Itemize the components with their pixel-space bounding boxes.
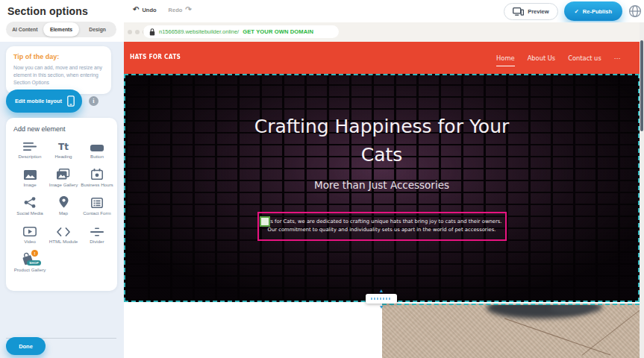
- app-window: Section options ↶ Undo Redo ↷ Preview ✓ …: [0, 0, 644, 358]
- element-item-video[interactable]: Video: [13, 224, 46, 245]
- contact-form-icon: [91, 196, 103, 208]
- element-item-html-module[interactable]: HTML Module: [47, 224, 80, 245]
- tab-ai-content[interactable]: AI Content: [7, 22, 43, 37]
- element-item-divider[interactable]: Divider: [81, 224, 113, 245]
- hero-paragraph-text: Hats for Cats, we are dedicated to craft…: [261, 219, 501, 233]
- phone-icon: [67, 95, 75, 107]
- button-icon: [90, 139, 104, 151]
- shop-bag-icon: ! SHOP: [21, 253, 39, 265]
- element-item-contact-form[interactable]: Contact Form: [81, 196, 113, 216]
- done-button[interactable]: Done: [6, 337, 46, 355]
- photo-seam-line: [504, 318, 610, 356]
- divider-icon: [90, 224, 104, 236]
- element-grid: Description Tt Heading Button: [13, 139, 114, 273]
- tab-design[interactable]: Design: [79, 22, 116, 37]
- business-hours-icon: [91, 168, 103, 180]
- element-item-business-hours[interactable]: Business Hours: [81, 168, 113, 188]
- add-element-card: Add new element Description Tt Heading: [6, 118, 117, 291]
- element-item-social-media[interactable]: Social Media: [13, 196, 46, 216]
- tip-of-the-day-card: Tip of the day: Now you can add, move an…: [6, 46, 111, 94]
- share-icon: [24, 196, 36, 208]
- tab-elements[interactable]: Elements: [43, 22, 80, 37]
- element-resize-handle[interactable]: [260, 216, 270, 227]
- code-icon: [57, 224, 70, 236]
- preview-scrollbar[interactable]: [640, 22, 644, 358]
- element-item-description[interactable]: Description: [13, 139, 46, 160]
- element-label: Product Gallery: [14, 267, 46, 273]
- info-icon[interactable]: i: [89, 96, 99, 106]
- badge-icon: !: [31, 250, 38, 257]
- edit-mobile-layout-label: Edit mobile layout: [15, 98, 62, 104]
- nav-home[interactable]: Home: [496, 50, 515, 66]
- element-item-map[interactable]: Map: [47, 196, 80, 216]
- hero-heading[interactable]: Crafting Happiness for Your Cats: [233, 113, 531, 169]
- grip-pill[interactable]: [366, 294, 397, 304]
- hero-paragraph-selected[interactable]: Hats for Cats, we are dedicated to craft…: [257, 212, 507, 241]
- element-label: Image Gallery: [49, 182, 78, 188]
- site-url: n1566589.websitebuilder.online/: [159, 28, 239, 35]
- element-label: Divider: [90, 239, 104, 245]
- address-bar[interactable]: n1566589.websitebuilder.online/ GET YOUR…: [143, 25, 339, 38]
- text-lines-icon: [23, 139, 37, 151]
- section-resize-handle[interactable]: ▲ ▼: [365, 288, 398, 310]
- section-options-panel: Tip of the day: Now you can add, move an…: [0, 42, 124, 358]
- element-item-image-gallery[interactable]: Image Gallery: [47, 168, 80, 188]
- hero-subheading[interactable]: More than Just Accessories: [125, 179, 638, 191]
- hero-section-selected[interactable]: Crafting Happiness for Your Cats More th…: [124, 74, 640, 302]
- element-label: Contact Form: [83, 210, 110, 216]
- image-gallery-icon: [57, 168, 70, 180]
- nav-about-us[interactable]: About Us: [528, 50, 556, 66]
- element-label: Map: [59, 210, 68, 216]
- element-label: Button: [90, 154, 104, 160]
- get-domain-link[interactable]: GET YOUR OWN DOMAIN: [243, 28, 313, 35]
- nav-more-icon[interactable]: ⋯: [614, 50, 620, 66]
- element-label: Heading: [54, 154, 72, 160]
- element-label: Social Media: [16, 210, 43, 216]
- scrollbar-thumb[interactable]: [640, 40, 643, 131]
- element-label: Video: [24, 239, 36, 245]
- tab-ai-content-label: AI Content: [12, 27, 37, 32]
- arrow-up-icon: ▲: [379, 288, 384, 293]
- nav-contact-us[interactable]: Contact us: [568, 50, 601, 66]
- add-element-title: Add new element: [13, 125, 114, 133]
- browser-chrome-bar: n1566589.websitebuilder.online/ GET YOUR…: [124, 22, 640, 42]
- tab-design-label: Design: [89, 27, 106, 32]
- element-item-button[interactable]: Button: [81, 139, 113, 160]
- element-label: Description: [19, 154, 42, 160]
- site-header: HATS FOR CATS Home About Us Contact us ⋯: [124, 42, 640, 74]
- tip-body: Now you can add, move and resize any ele…: [13, 64, 104, 87]
- shop-badge: SHOP: [27, 260, 41, 266]
- tip-title: Tip of the day:: [13, 53, 104, 60]
- next-section-photo[interactable]: [382, 304, 640, 358]
- sidebar-tabs: AI Content Elements Design: [6, 22, 116, 37]
- edit-mobile-layout-button[interactable]: Edit mobile layout: [6, 90, 82, 113]
- page-title: Section options: [7, 5, 88, 17]
- site-logo[interactable]: HATS FOR CATS: [130, 52, 181, 60]
- element-item-product-gallery[interactable]: ! SHOP Product Gallery: [13, 253, 46, 273]
- element-item-image[interactable]: Image: [13, 168, 46, 188]
- heading-icon: Tt: [58, 139, 69, 151]
- preview-canvas: n1566589.websitebuilder.online/ GET YOUR…: [124, 0, 644, 358]
- arrow-down-icon: ▼: [379, 304, 384, 310]
- map-pin-icon: [59, 196, 69, 208]
- element-label: Business Hours: [81, 182, 113, 188]
- element-item-heading[interactable]: Tt Heading: [47, 139, 80, 160]
- element-label: HTML Module: [49, 239, 78, 245]
- video-icon: [23, 224, 37, 236]
- mobile-layout-row: Edit mobile layout i: [6, 90, 99, 113]
- tab-elements-label: Elements: [50, 27, 72, 32]
- element-label: Image: [23, 182, 36, 188]
- lock-icon: [149, 28, 155, 36]
- site-nav: Home About Us Contact us ⋯: [496, 42, 620, 74]
- image-icon: [24, 168, 37, 180]
- grip-dots-icon: [371, 298, 392, 300]
